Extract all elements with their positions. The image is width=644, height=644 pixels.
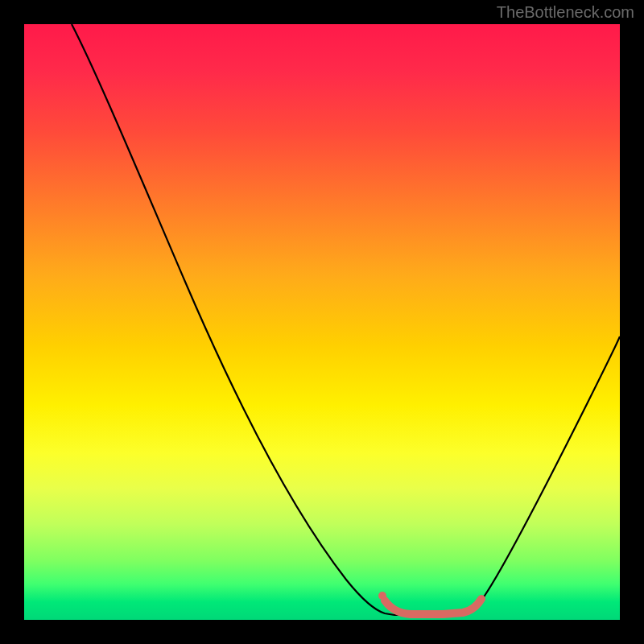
pink-highlight-segment	[385, 599, 481, 614]
plot-area	[24, 24, 620, 620]
chart-svg	[24, 24, 620, 620]
black-curve	[72, 24, 620, 615]
watermark-text: TheBottleneck.com	[497, 3, 634, 22]
